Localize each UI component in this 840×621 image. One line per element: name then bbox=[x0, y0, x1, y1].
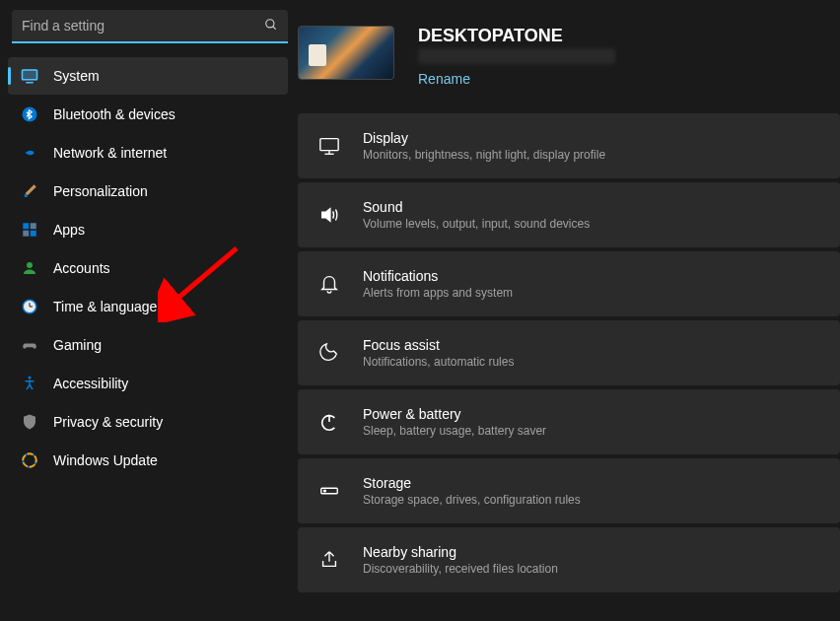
sidebar-item-label: Network & internet bbox=[53, 145, 167, 161]
svg-rect-2 bbox=[23, 70, 37, 80]
sidebar: System Bluetooth & devices Network & int… bbox=[0, 0, 296, 621]
panel-desc: Storage space, drives, configuration rul… bbox=[363, 493, 581, 507]
main-content: DESKTOPATONE Rename Display Monitors, br… bbox=[296, 0, 840, 621]
wifi-icon bbox=[20, 143, 39, 163]
display-icon bbox=[317, 134, 341, 158]
panel-storage[interactable]: Storage Storage space, drives, configura… bbox=[298, 458, 840, 523]
panel-focus-assist[interactable]: Focus assist Notifications, automatic ru… bbox=[298, 320, 840, 385]
device-model-blurred bbox=[418, 48, 615, 64]
bluetooth-icon bbox=[20, 104, 39, 124]
sidebar-item-label: Personalization bbox=[53, 183, 148, 199]
system-icon bbox=[20, 66, 39, 86]
shield-icon bbox=[20, 412, 39, 432]
search-input[interactable] bbox=[22, 18, 264, 34]
sidebar-item-apps[interactable]: Apps bbox=[8, 211, 288, 248]
panel-desc: Volume levels, output, input, sound devi… bbox=[363, 217, 590, 231]
sidebar-item-bluetooth[interactable]: Bluetooth & devices bbox=[8, 96, 288, 133]
sidebar-item-system[interactable]: System bbox=[8, 57, 288, 95]
sidebar-item-gaming[interactable]: Gaming bbox=[8, 326, 288, 364]
panel-display[interactable]: Display Monitors, brightness, night ligh… bbox=[298, 113, 840, 178]
sound-icon bbox=[317, 203, 341, 227]
panel-power[interactable]: Power & battery Sleep, battery usage, ba… bbox=[298, 389, 840, 454]
panel-title: Sound bbox=[363, 199, 590, 215]
svg-rect-6 bbox=[25, 194, 28, 197]
svg-line-1 bbox=[273, 26, 276, 29]
bell-icon bbox=[317, 272, 341, 296]
sidebar-item-network[interactable]: Network & internet bbox=[8, 134, 288, 172]
sidebar-item-label: System bbox=[53, 68, 100, 84]
sidebar-item-label: Windows Update bbox=[53, 452, 158, 468]
sidebar-item-windows-update[interactable]: Windows Update bbox=[8, 442, 288, 479]
panel-desc: Notifications, automatic rules bbox=[363, 355, 514, 369]
sidebar-item-label: Time & language bbox=[53, 299, 157, 314]
apps-icon bbox=[20, 220, 39, 240]
sidebar-item-accessibility[interactable]: Accessibility bbox=[8, 365, 288, 402]
svg-point-16 bbox=[29, 377, 32, 380]
rename-link[interactable]: Rename bbox=[418, 71, 470, 87]
moon-icon bbox=[317, 341, 341, 365]
sidebar-item-privacy[interactable]: Privacy & security bbox=[8, 403, 288, 441]
clock-icon bbox=[20, 297, 39, 316]
sidebar-item-label: Apps bbox=[53, 222, 85, 238]
svg-rect-7 bbox=[23, 223, 29, 229]
panel-title: Power & battery bbox=[363, 406, 546, 422]
accessibility-icon bbox=[20, 374, 39, 393]
search-icon bbox=[264, 18, 278, 34]
sidebar-item-personalization[interactable]: Personalization bbox=[8, 172, 288, 210]
svg-point-25 bbox=[324, 490, 326, 492]
panel-title: Notifications bbox=[363, 268, 513, 284]
device-info: DESKTOPATONE Rename bbox=[418, 26, 840, 88]
storage-icon bbox=[317, 479, 341, 503]
panel-title: Focus assist bbox=[363, 337, 514, 353]
update-icon bbox=[20, 450, 39, 470]
panel-desc: Alerts from apps and system bbox=[363, 286, 513, 300]
svg-rect-10 bbox=[31, 231, 36, 237]
power-icon bbox=[317, 410, 341, 434]
sidebar-item-accounts[interactable]: Accounts bbox=[8, 249, 288, 287]
sidebar-item-label: Accessibility bbox=[53, 376, 128, 391]
panel-sound[interactable]: Sound Volume levels, output, input, soun… bbox=[298, 182, 840, 247]
svg-point-0 bbox=[266, 19, 274, 27]
device-header: DESKTOPATONE Rename bbox=[296, 26, 840, 88]
svg-point-11 bbox=[27, 262, 33, 268]
gamepad-icon bbox=[20, 335, 39, 355]
person-icon bbox=[20, 258, 39, 278]
panel-title: Storage bbox=[363, 475, 581, 491]
device-thumbnail bbox=[298, 26, 394, 80]
svg-rect-9 bbox=[23, 231, 29, 237]
sidebar-item-label: Accounts bbox=[53, 260, 110, 276]
panel-desc: Sleep, battery usage, battery saver bbox=[363, 424, 546, 438]
panel-desc: Monitors, brightness, night light, displ… bbox=[363, 148, 605, 162]
panel-notifications[interactable]: Notifications Alerts from apps and syste… bbox=[298, 251, 840, 316]
share-icon bbox=[317, 548, 341, 572]
panel-title: Display bbox=[363, 130, 605, 146]
brush-icon bbox=[20, 181, 39, 201]
sidebar-item-label: Bluetooth & devices bbox=[53, 106, 175, 122]
sidebar-item-label: Gaming bbox=[53, 337, 102, 353]
sidebar-item-time-language[interactable]: Time & language bbox=[8, 288, 288, 325]
svg-rect-8 bbox=[31, 223, 36, 229]
panel-nearby-sharing[interactable]: Nearby sharing Discoverability, received… bbox=[298, 527, 840, 592]
panel-title: Nearby sharing bbox=[363, 544, 558, 560]
svg-rect-19 bbox=[320, 139, 338, 151]
sidebar-item-label: Privacy & security bbox=[53, 414, 163, 430]
search-box[interactable] bbox=[12, 10, 288, 43]
panel-desc: Discoverability, received files location bbox=[363, 562, 558, 576]
device-name: DESKTOPATONE bbox=[418, 26, 840, 46]
